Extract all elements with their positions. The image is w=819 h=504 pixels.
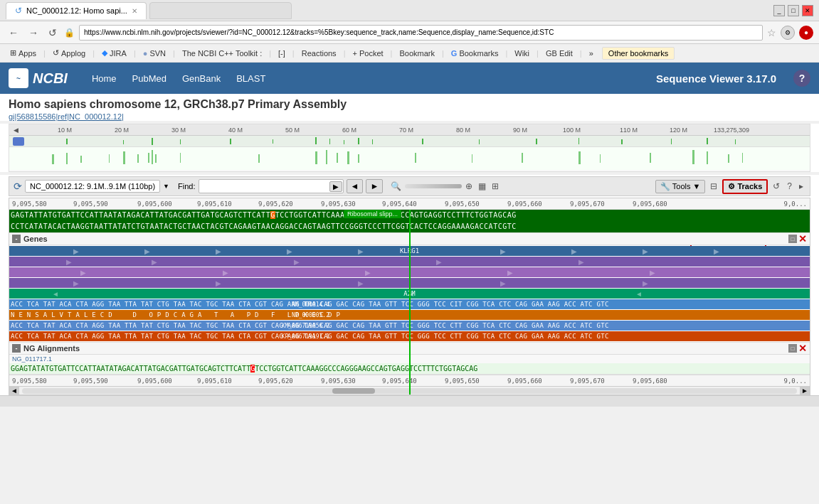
sv-layout2-btn[interactable]: ⊟ (708, 180, 719, 193)
sv-zoom-magnify-btn[interactable]: 🔍 (389, 180, 403, 193)
sequence-area: 9,095,580 9,095,590 9,095,600 9,095,610 … (9, 198, 810, 395)
ng-expand-btn[interactable]: □ (788, 344, 797, 353)
svg-rect-14 (578, 138, 579, 144)
tab-icon: ↺ (15, 6, 22, 16)
transcript-row-np1[interactable]: NP_000005.2 N E N S A L V T A L E C D D … (9, 310, 810, 320)
svg-rect-26 (152, 150, 153, 164)
bm-svn[interactable]: ● SVN (139, 48, 170, 59)
minimize-btn[interactable]: _ (773, 5, 785, 16)
genes-close-btn[interactable]: ✕ (798, 235, 807, 243)
genes-track-label: - Genes □ ✕ (9, 232, 810, 245)
bm-jira[interactable]: ◆ JIRA (97, 47, 131, 59)
sv-layout-btn[interactable]: ⊞ (490, 180, 501, 193)
gene-track-purple-1[interactable]: ▶▶▶▶▶ (9, 257, 810, 267)
tab-title: NC_000012.12: Homo sapi... (26, 6, 127, 15)
svg-rect-0 (66, 139, 68, 144)
sv-dropdown-icon[interactable]: ▼ (163, 183, 169, 190)
ng-close-btn[interactable]: ✕ (798, 344, 807, 353)
scroll-right-btn[interactable]: ► (800, 386, 810, 396)
scrollbar-track[interactable] (22, 388, 797, 394)
sv-location-display[interactable]: NC_000012.12: 9.1M..9.1M (110bp) (25, 180, 160, 193)
nav-pubmed[interactable]: PubMed (125, 70, 174, 87)
transcript-row-xm[interactable]: XM_006719056.2 ACC TCA TAT ACA CTA AGG T… (9, 321, 810, 331)
sv-more-btn[interactable]: ▸ (797, 180, 805, 193)
svg-rect-43 (728, 154, 729, 163)
sv-tracks-btn[interactable]: ⚙ Tracks (722, 179, 768, 194)
ng-name-label: NG_011717.1 (12, 355, 52, 363)
bm-bracket[interactable]: [-] (274, 48, 290, 59)
ncbi-logo[interactable]: ~ NCBI (9, 68, 68, 88)
bm-gbedit[interactable]: GB Edit (541, 48, 577, 59)
forward-btn[interactable]: → (26, 26, 41, 40)
bm-more[interactable]: » (585, 48, 598, 59)
window-controls: _ □ ✕ (773, 5, 813, 16)
sv-bar-chart-btn[interactable]: ▦ (476, 180, 488, 193)
gene-arrows-purple2: ▶▶▶▶▶ (9, 267, 810, 277)
sv-find-container: ▶ (199, 179, 344, 193)
sv-zoom-slider[interactable] (405, 184, 462, 188)
address-input[interactable] (79, 25, 763, 41)
sv-tools-btn[interactable]: 🔧 Tools ▼ (655, 180, 706, 193)
bm-reactions[interactable]: Reactions (297, 48, 341, 59)
gene-track-purple-2[interactable]: ▶▶▶▶▶ (9, 267, 810, 277)
ext-btn-1[interactable]: ⚙ (781, 26, 795, 40)
sv-find-label: Find: (178, 182, 195, 191)
bm-pocket[interactable]: + Pocket (348, 48, 387, 59)
nav-blast[interactable]: BLAST (229, 70, 273, 87)
sv-find-go-btn[interactable]: ▶ (329, 181, 342, 192)
tab-close-btn[interactable]: ✕ (132, 7, 137, 15)
genome-overview[interactable]: ◀ 10 M 20 M 30 M 40 M 50 M 60 M 70 M 80 … (9, 124, 810, 172)
tab-area: ↺ NC_000012.12: Homo sapi... ✕ (6, 2, 292, 19)
bot-pos-9095590: 9,095,590 (73, 377, 108, 385)
transcript-row-kp[interactable]: KP_006719191.1 ACC TCA TAT ACA CTA AGG T… (9, 331, 810, 341)
sv-find-btns: ▶ (329, 181, 342, 192)
back-btn[interactable]: ← (6, 26, 21, 40)
bm-applog[interactable]: ↺ Applog (48, 47, 90, 59)
maximize-btn[interactable]: □ (788, 5, 799, 16)
bm-ncbi[interactable]: The NCBI C++ Toolkit : (178, 48, 266, 59)
genes-track-controls: □ ✕ (788, 235, 807, 243)
bm-more-label: » (589, 49, 593, 58)
bm-apps[interactable]: ⊞ Apps (6, 47, 41, 59)
sv-zoom-in-btn[interactable]: ⊕ (463, 180, 475, 193)
sv-help-btn[interactable]: ? (785, 180, 794, 193)
svg-rect-39 (600, 154, 601, 163)
genome-overview-container: ◀ 10 M 20 M 30 M 40 M 50 M 60 M 70 M 80 … (0, 124, 819, 172)
bm-wiki[interactable]: Wiki (510, 48, 534, 59)
svg-rect-4 (230, 139, 231, 144)
genes-collapse-btn[interactable]: - (12, 235, 21, 243)
svg-rect-9 (358, 138, 359, 144)
svg-rect-8 (344, 140, 344, 144)
nav-home[interactable]: Home (85, 70, 124, 87)
bm-other-bookmarks[interactable]: Other bookmarks (602, 47, 675, 60)
sv-find-input[interactable] (199, 179, 344, 193)
svg-text:▶: ▶ (216, 247, 221, 255)
gene-track-purple-3[interactable]: ▶▶▶▶▶ (9, 278, 810, 288)
page-subtitle[interactable]: gi|568815586|ref|NC_000012.12| (9, 112, 810, 121)
ng-collapse-btn[interactable]: - (12, 344, 21, 353)
transcript-row-nm1[interactable]: NM_000014.4 ACC TCA TAT ACA CTA AGG TAA … (9, 299, 810, 309)
star-btn[interactable]: ☆ (767, 27, 776, 38)
ext-btn-red[interactable]: ● (799, 26, 813, 40)
nav-genbank[interactable]: GenBank (175, 70, 228, 87)
svg-text:◄: ◄ (635, 290, 643, 298)
bm-bookmark[interactable]: Bookmark (395, 48, 439, 59)
refresh-btn[interactable]: ↺ (46, 26, 60, 40)
ncbi-logo-icon: ~ (9, 68, 28, 88)
scrollbar-thumb[interactable] (332, 388, 375, 394)
close-btn[interactable]: ✕ (802, 5, 813, 16)
nm-label-1: NM_000014.4 (292, 301, 329, 308)
help-btn[interactable]: ? (793, 70, 810, 87)
sv-refresh-btn[interactable]: ↺ (771, 180, 782, 193)
bm-bookmarks[interactable]: G Bookmarks (447, 48, 503, 59)
scroll-left-btn[interactable]: ◄ (9, 386, 19, 396)
browser-tab[interactable]: ↺ NC_000012.12: Homo sapi... ✕ (6, 2, 147, 19)
overview-tracks-svg (9, 136, 810, 147)
genes-expand-btn[interactable]: □ (788, 235, 797, 243)
gene-track-a2m[interactable]: A2M ◄◄◄ (9, 289, 810, 299)
gene-track-klrg1[interactable]: KLRG1 ▶ ▶ ▶ ▶ ▶ ▶ ▶ ▶ ▶ (9, 246, 810, 256)
svg-rect-7 (329, 139, 330, 144)
sv-nav-forward-btn[interactable]: ► (366, 179, 383, 193)
bm-bracket-label: [-] (278, 49, 285, 58)
sv-nav-back-btn[interactable]: ◄ (347, 179, 364, 193)
